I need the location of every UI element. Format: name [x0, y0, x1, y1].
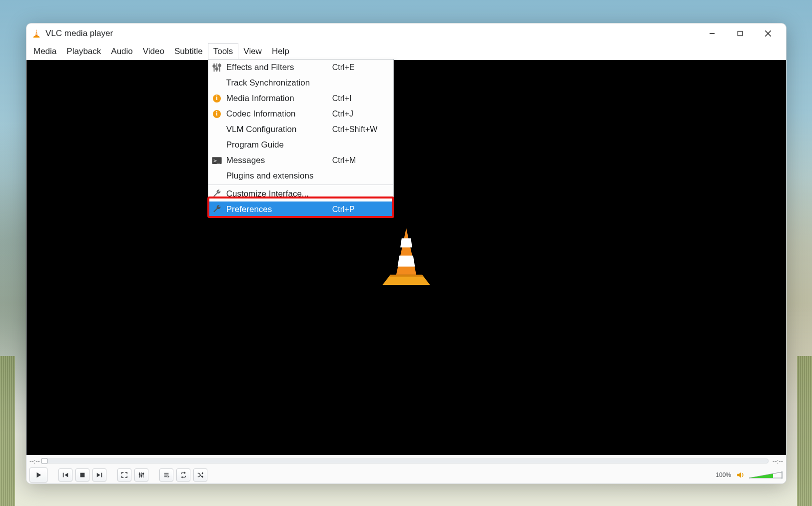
playlist-button[interactable] — [159, 468, 173, 482]
menu-item-label: Program Guide — [226, 140, 328, 150]
fullscreen-button[interactable] — [117, 468, 131, 482]
close-button[interactable] — [754, 24, 782, 44]
loop-button[interactable] — [176, 468, 190, 482]
svg-rect-1 — [35, 32, 37, 32]
next-button[interactable] — [92, 468, 106, 482]
menu-audio[interactable]: Audio — [106, 44, 137, 60]
window-controls — [698, 24, 782, 44]
maximize-button[interactable] — [726, 24, 754, 44]
svg-marker-36 — [168, 476, 170, 478]
vlc-window: VLC media player Media Playback Audio Vi… — [26, 23, 787, 484]
svg-marker-37 — [737, 472, 741, 478]
svg-rect-5 — [738, 32, 743, 36]
sliders-icon — [211, 62, 222, 73]
menu-item-label: Effects and Filters — [226, 62, 328, 72]
menu-item-label: Preferences — [226, 204, 328, 214]
menu-media[interactable]: Media — [28, 44, 61, 60]
menu-item-label: Media Information — [226, 94, 328, 104]
menu-item-label: Messages — [226, 156, 328, 166]
svg-point-31 — [141, 475, 142, 476]
stop-button[interactable] — [75, 468, 89, 482]
titlebar[interactable]: VLC media player — [26, 24, 786, 44]
svg-marker-3 — [33, 36, 39, 38]
svg-point-11 — [213, 65, 215, 67]
menu-subtitle[interactable]: Subtitle — [169, 44, 208, 60]
menu-view[interactable]: View — [238, 44, 267, 60]
menu-tools[interactable]: Tools Effects and Filters Ctrl+E Trac — [208, 43, 239, 60]
extended-settings-button[interactable] — [134, 468, 148, 482]
menu-codec-info[interactable]: i Codec Information Ctrl+J — [208, 106, 393, 122]
wallpaper-decoration — [797, 356, 812, 506]
menu-playback[interactable]: Playback — [61, 44, 106, 60]
wrench-icon — [211, 204, 222, 215]
menu-program-guide[interactable]: Program Guide — [208, 137, 393, 152]
svg-text:>_: >_ — [213, 158, 220, 164]
svg-rect-22 — [63, 473, 64, 478]
menu-item-shortcut: Ctrl+P — [332, 205, 387, 214]
menu-item-label: Track Synchronization — [226, 78, 328, 88]
previous-button[interactable] — [58, 468, 72, 482]
menu-messages[interactable]: >_ Messages Ctrl+M — [208, 152, 393, 168]
menu-vlm-config[interactable]: VLM Configuration Ctrl+Shift+W — [208, 122, 393, 137]
menu-effects-filters[interactable]: Effects and Filters Ctrl+E — [208, 60, 393, 75]
menu-preferences[interactable]: Preferences Ctrl+P — [208, 202, 393, 217]
tools-dropdown: Effects and Filters Ctrl+E Track Synchro… — [208, 59, 394, 218]
wrench-icon — [211, 188, 222, 200]
svg-point-32 — [142, 473, 144, 474]
window-title: VLC media player — [45, 28, 113, 38]
svg-point-12 — [215, 68, 217, 70]
menu-item-shortcut: Ctrl+I — [332, 94, 387, 103]
wallpaper-decoration — [0, 356, 15, 506]
svg-marker-0 — [35, 30, 38, 36]
svg-marker-25 — [97, 473, 100, 478]
svg-rect-24 — [80, 473, 85, 478]
minimize-button[interactable] — [698, 24, 726, 44]
vlc-cone-logo — [379, 224, 434, 290]
menu-customize-interface[interactable]: Customize Interface... — [208, 186, 393, 202]
menu-item-label: Plugins and extensions — [226, 171, 328, 181]
svg-marker-23 — [64, 473, 68, 478]
menu-item-label: Codec Information — [226, 109, 328, 119]
menu-item-shortcut: Ctrl+J — [332, 110, 387, 118]
seek-slider[interactable] — [44, 458, 769, 464]
info-icon: i — [211, 110, 222, 118]
svg-marker-18 — [398, 256, 415, 267]
shuffle-button[interactable] — [193, 468, 207, 482]
svg-rect-2 — [35, 34, 38, 34]
svg-rect-26 — [101, 473, 102, 478]
svg-marker-17 — [400, 238, 412, 248]
menubar: Media Playback Audio Video Subtitle Tool… — [26, 44, 786, 60]
svg-point-13 — [218, 64, 220, 66]
status-row: --:-- --:-- — [26, 455, 786, 466]
svg-marker-20 — [389, 275, 423, 277]
svg-marker-16 — [396, 228, 416, 275]
menu-plugins-extensions[interactable]: Plugins and extensions — [208, 168, 393, 184]
menu-help[interactable]: Help — [267, 44, 294, 60]
menu-item-shortcut: Ctrl+M — [332, 156, 387, 165]
menu-separator — [208, 184, 393, 185]
video-area[interactable] — [26, 60, 786, 455]
menu-track-sync[interactable]: Track Synchronization — [208, 75, 393, 90]
menu-item-label: VLM Configuration — [226, 124, 328, 134]
info-icon: i — [211, 94, 222, 102]
vlc-cone-icon — [31, 28, 41, 38]
volume-slider[interactable] — [748, 470, 783, 480]
svg-marker-21 — [37, 472, 41, 478]
menu-item-shortcut: Ctrl+E — [332, 63, 387, 72]
menu-video[interactable]: Video — [138, 44, 169, 60]
play-button[interactable] — [29, 468, 47, 482]
terminal-icon: >_ — [211, 155, 222, 166]
remaining-time[interactable]: --:-- — [773, 458, 783, 465]
elapsed-time[interactable]: --:-- — [29, 458, 40, 465]
controls-row: 100% — [26, 466, 786, 484]
menu-item-shortcut: Ctrl+Shift+W — [332, 125, 387, 134]
menu-media-info[interactable]: i Media Information Ctrl+I — [208, 90, 393, 106]
svg-point-30 — [139, 474, 140, 475]
seek-thumb[interactable] — [41, 458, 47, 464]
volume-percent: 100% — [716, 472, 731, 478]
speaker-icon[interactable] — [736, 470, 745, 480]
menu-item-label: Customize Interface... — [226, 189, 328, 199]
